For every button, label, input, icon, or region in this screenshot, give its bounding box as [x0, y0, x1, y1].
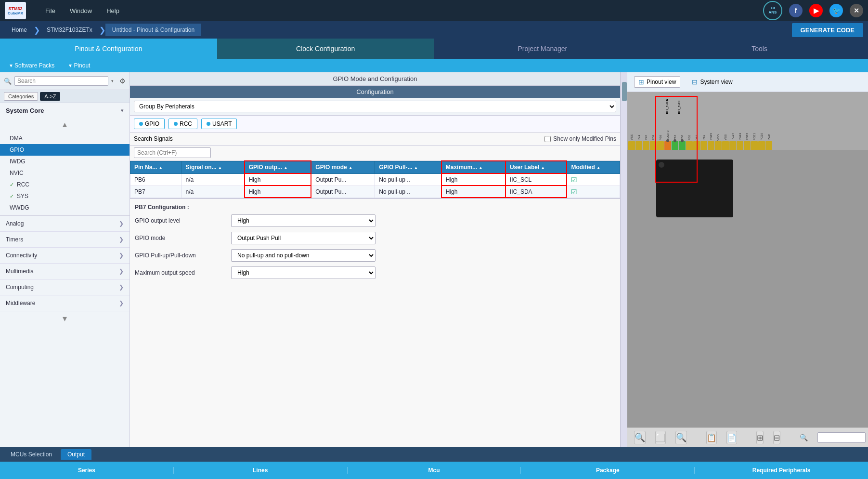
tab-tools[interactable]: Tools: [651, 39, 868, 59]
bottom-tab-output[interactable]: Output: [61, 449, 91, 460]
menu-file[interactable]: File: [45, 7, 55, 14]
pinout-view-button[interactable]: ⊞ Pinout view: [634, 76, 680, 88]
sidebar-category-connectivity[interactable]: Connectivity ❯: [0, 248, 130, 264]
config-select-gpio-mode[interactable]: Output Push Pull: [231, 232, 376, 244]
sidebar-item-dma[interactable]: DMA: [0, 133, 130, 144]
breadcrumb-home[interactable]: Home: [5, 24, 34, 36]
th-modified[interactable]: Modified▲: [567, 161, 620, 173]
tab-pinout[interactable]: Pinout & Configuration: [0, 39, 217, 59]
connectivity-label: Connectivity: [6, 252, 37, 259]
ic-notch: [659, 162, 664, 168]
config-select-max-speed[interactable]: High: [231, 266, 376, 279]
chip-vis-area: IIC_SDA IIC_SCL VSS PE1 PE0: [627, 92, 868, 427]
breadcrumb-project[interactable]: Untitled - Pinout & Configuration: [105, 24, 201, 36]
sidebar: 🔍 ▾ ⚙ Categories A->Z System Core ▾ ▴ DM…: [0, 72, 130, 447]
th-signal[interactable]: Signal on...▲: [181, 161, 245, 173]
cell-pin-pb7: PB7: [130, 186, 182, 198]
logo-cubemx: CubeMX: [8, 11, 23, 15]
system-core-arrow: ▾: [121, 107, 124, 114]
sidebar-scroll-up[interactable]: ▴: [0, 118, 130, 131]
cell-modified-pb7: ☑: [567, 186, 620, 198]
zoom-out-button[interactable]: 🔍: [675, 431, 687, 444]
sidebar-item-sys[interactable]: ✓ SYS: [0, 190, 130, 202]
rcc-check-icon: ✓: [10, 182, 14, 188]
facebook-icon[interactable]: f: [789, 4, 803, 17]
config-select-gpio-pull[interactable]: No pull-up and no pull-down: [231, 249, 376, 262]
grid-button-2[interactable]: ⊟: [773, 431, 780, 444]
multimedia-arrow: ❯: [119, 268, 124, 275]
th-user-label[interactable]: User Label▲: [505, 161, 567, 173]
show-modified-checkbox[interactable]: [544, 136, 551, 142]
system-view-button[interactable]: ⊟ System view: [688, 77, 736, 87]
sidebar-category-timers[interactable]: Timers ❯: [0, 232, 130, 248]
middleware-label: Middleware: [6, 300, 35, 306]
filter-tab-categories[interactable]: Categories: [4, 92, 38, 101]
zoom-search-input[interactable]: [817, 432, 866, 443]
signal-search-input[interactable]: [134, 147, 211, 158]
periph-tab-gpio[interactable]: GPIO: [134, 119, 165, 129]
th-gpio-pull[interactable]: GPIO Pull-...▲: [375, 161, 441, 173]
periph-tab-rcc[interactable]: RCC: [168, 119, 197, 129]
top-bar-right: 10ANS f ▶ 🐦 ✕: [763, 1, 863, 20]
th-gpio-mode[interactable]: GPIO mode▲: [311, 161, 375, 173]
tab-project-manager[interactable]: Project Manager: [434, 39, 651, 59]
pin-pg13: PG13: [737, 133, 743, 152]
search-dropdown-arrow[interactable]: ▾: [111, 79, 114, 83]
sidebar-item-nvic[interactable]: NVIC: [0, 167, 130, 179]
config-select-gpio-level[interactable]: High: [231, 214, 376, 227]
cell-mode-pb6: Output Pu...: [311, 173, 375, 186]
sidebar-item-wwdg[interactable]: WWDG: [0, 202, 130, 213]
filter-tab-az[interactable]: A->Z: [40, 92, 60, 101]
cell-output-pb6: High: [245, 173, 311, 186]
scroll-thumb[interactable]: [622, 82, 627, 101]
sidebar-category-middleware[interactable]: Middleware ❯: [0, 295, 130, 311]
extra-icon[interactable]: ✕: [850, 4, 863, 17]
sidebar-item-gpio[interactable]: GPIO: [0, 144, 130, 156]
gpio-table-container: Pin Na...▲ Signal on...▲ GPIO outp...▲ G…: [130, 160, 620, 199]
twitter-icon[interactable]: 🐦: [829, 4, 843, 17]
copy-button[interactable]: 📋: [706, 431, 717, 444]
th-max-speed[interactable]: Maximum...▲: [441, 161, 505, 173]
sidebar-category-analog[interactable]: Analog ❯: [0, 216, 130, 232]
pin-connector-pb6: [681, 139, 684, 142]
tab-clock[interactable]: Clock Configuration: [217, 39, 434, 59]
sidebar-item-iwdg[interactable]: IWDG: [0, 156, 130, 167]
grid-button[interactable]: ⊞: [756, 431, 764, 444]
multimedia-label: Multimedia: [6, 268, 34, 275]
ic-chip: [656, 160, 733, 217]
bottom-tab-mcus[interactable]: MCUs Selection: [4, 449, 59, 460]
table-row[interactable]: PB6 n/a High Output Pu... No pull-up .. …: [130, 173, 620, 186]
sidebar-settings-icon[interactable]: ⚙: [119, 77, 126, 85]
sub-tab-pinout[interactable]: ▾ Pinout: [69, 62, 90, 69]
th-gpio-output[interactable]: GPIO outp...▲: [245, 161, 311, 173]
frame-button[interactable]: ⬜: [655, 431, 666, 444]
breadcrumb-mcu[interactable]: STM32F103ZETx: [40, 24, 99, 36]
sidebar-section-header-system-core[interactable]: System Core ▾: [0, 103, 130, 118]
cell-signal-pb6: n/a: [181, 173, 245, 186]
sidebar-category-computing[interactable]: Computing ❯: [0, 279, 130, 295]
group-by-select[interactable]: Group By Peripherals: [134, 101, 616, 112]
menu-help[interactable]: Help: [106, 7, 119, 14]
sidebar-item-rcc[interactable]: ✓ RCC: [0, 179, 130, 190]
youtube-icon[interactable]: ▶: [809, 4, 823, 17]
sidebar-search-input[interactable]: [14, 76, 108, 86]
table-row[interactable]: PB7 n/a High Output Pu... No pull-up .. …: [130, 186, 620, 198]
sidebar-category-multimedia[interactable]: Multimedia ❯: [0, 264, 130, 279]
generate-code-button[interactable]: GENERATE CODE: [792, 23, 863, 37]
vertical-scrollbar[interactable]: [621, 72, 627, 447]
computing-label: Computing: [6, 284, 34, 291]
menu-window[interactable]: Window: [70, 7, 92, 14]
periph-tab-usart[interactable]: USART: [201, 119, 237, 129]
cell-mode-pb7: Output Pu...: [311, 186, 375, 198]
sidebar-scroll-down[interactable]: ▾: [0, 311, 130, 326]
th-pin-name[interactable]: Pin Na...▲: [130, 161, 182, 173]
zoom-in-button[interactable]: 🔍: [634, 431, 646, 444]
sub-tab-software-packs[interactable]: ▾ Software Packs: [10, 62, 54, 69]
paste-button[interactable]: 📄: [726, 431, 737, 444]
sidebar-section-system-core: System Core ▾ ▴ DMA GPIO IWDG NVIC ✓ RCC…: [0, 103, 130, 216]
config-row-gpio-mode: GPIO mode Output Push Pull: [135, 232, 615, 244]
cell-pull-pb6: No pull-up ..: [375, 173, 441, 186]
iic-sda-label: IIC_SDA: [665, 99, 669, 114]
cell-pull-pb7: No pull-up ..: [375, 186, 441, 198]
anniversary-badge: 10ANS: [763, 1, 782, 20]
